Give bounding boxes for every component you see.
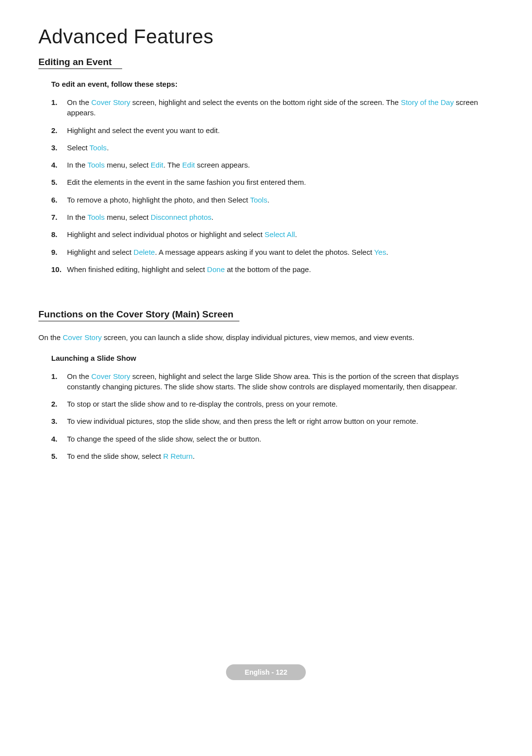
document-page: Advanced Features Editing an Event To ed… [0, 0, 532, 700]
page-title: Advanced Features [38, 26, 494, 48]
text: . [267, 196, 269, 204]
link-tools: Tools [250, 196, 267, 204]
text: To stop or start the slide show and to r… [67, 400, 337, 408]
text: Highlight and select individual photos o… [67, 230, 265, 239]
step-9: Highlight and select Delete. A message a… [51, 247, 494, 257]
launch-step-4: To change the speed of the slide show, s… [51, 434, 494, 444]
step-10: When finished editing, highlight and sel… [51, 264, 494, 275]
launch-step-1: On the Cover Story screen, highlight and… [51, 371, 494, 392]
link-select-all: Select All [265, 230, 295, 239]
link-done: Done [207, 265, 225, 274]
text: at the bottom of the page. [225, 265, 311, 274]
launch-step-5: To end the slide show, select R Return. [51, 451, 494, 461]
text: menu, select [104, 161, 150, 169]
text: In the [67, 213, 87, 221]
step-3: Select Tools. [51, 142, 494, 153]
text: To change the speed of the slide show, s… [67, 435, 261, 443]
text: In the [67, 161, 87, 169]
text: . [295, 230, 297, 239]
section-heading-functions: Functions on the Cover Story (Main) Scre… [38, 309, 239, 321]
launching-steps-list: On the Cover Story screen, highlight and… [51, 371, 494, 462]
text: screen appears. [195, 161, 250, 169]
step-6: To remove a photo, highlight the photo, … [51, 195, 494, 205]
link-tools: Tools [87, 161, 104, 169]
step-4: In the Tools menu, select Edit. The Edit… [51, 160, 494, 170]
link-tools: Tools [87, 213, 104, 221]
text: . The [164, 161, 182, 169]
link-cover-story: Cover Story [91, 372, 130, 380]
link-return: Return [168, 452, 193, 460]
text: . A message appears asking if you want t… [155, 248, 374, 256]
text: screen, highlight and select the events … [130, 98, 400, 106]
text: . [211, 213, 213, 221]
text: Select [67, 143, 90, 152]
text: . [107, 143, 109, 152]
text: When finished editing, highlight and sel… [67, 265, 207, 274]
step-7: In the Tools menu, select Disconnect pho… [51, 212, 494, 222]
editing-steps-list: On the Cover Story screen, highlight and… [51, 97, 494, 275]
editing-intro: To edit an event, follow these steps: [51, 80, 494, 88]
functions-intro: On the Cover Story screen, you can launc… [38, 332, 494, 343]
link-cover-story: Cover Story [63, 333, 101, 342]
text: menu, select [104, 213, 150, 221]
text: screen, you can launch a slide show, dis… [101, 333, 414, 342]
step-5: Edit the elements in the event in the sa… [51, 177, 494, 187]
step-8: Highlight and select individual photos o… [51, 229, 494, 240]
text: . [193, 452, 195, 460]
link-r: R [163, 452, 168, 460]
link-yes: Yes [374, 248, 386, 256]
text: To remove a photo, highlight the photo, … [67, 196, 250, 204]
text: . [386, 248, 388, 256]
link-edit: Edit [151, 161, 164, 169]
launch-step-2: To stop or start the slide show and to r… [51, 399, 494, 409]
link-delete: Delete [133, 248, 155, 256]
text: Edit the elements in the event in the sa… [67, 178, 306, 186]
step-2: Highlight and select the event you want … [51, 125, 494, 136]
text: On the [38, 333, 63, 342]
text: To view individual pictures, stop the sl… [67, 417, 418, 425]
text: Highlight and select the event you want … [67, 126, 220, 135]
text: On the [67, 98, 91, 106]
link-disconnect-photos: Disconnect photos [151, 213, 211, 221]
link-story-of-the-day: Story of the Day [401, 98, 454, 106]
launching-heading: Launching a Slide Show [51, 354, 494, 362]
page-footer-badge: English - 122 [226, 664, 306, 680]
launch-step-3: To view individual pictures, stop the sl… [51, 416, 494, 426]
section-heading-editing: Editing an Event [38, 57, 122, 69]
step-1: On the Cover Story screen, highlight and… [51, 97, 494, 118]
link-tools: Tools [90, 143, 107, 152]
text: On the [67, 372, 91, 380]
text: To end the slide show, select [67, 452, 163, 460]
text: Highlight and select [67, 248, 133, 256]
link-cover-story: Cover Story [91, 98, 130, 106]
link-edit: Edit [182, 161, 195, 169]
